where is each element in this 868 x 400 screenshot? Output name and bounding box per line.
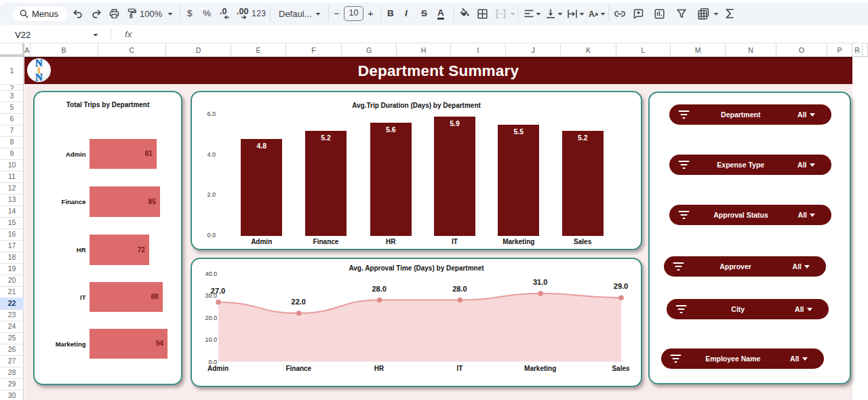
svg-text:A: A — [589, 9, 595, 19]
